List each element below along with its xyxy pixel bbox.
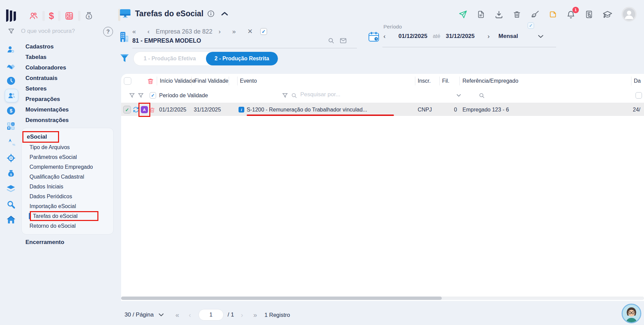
submenu-item-complemento-empregado[interactable]: Complemento Empregado (22, 162, 113, 172)
file-search-icon[interactable] (585, 10, 593, 19)
company-next-button[interactable]: › (219, 28, 221, 35)
column-header-evento[interactable]: Evento (240, 74, 257, 88)
page-number-input[interactable] (198, 309, 224, 321)
submenu-item-qualificacao-cadastral[interactable]: Qualificação Cadastral (22, 172, 113, 182)
sidebar-item-demonstracoes[interactable]: Demonstrações (0, 115, 121, 125)
people-icon[interactable] (29, 11, 38, 21)
table-row[interactable]: ✓ A 01/12/2025 31/12/2025 i S-1200 - Rem… (121, 103, 644, 117)
sidebar-item-cadastros[interactable]: Cadastros (0, 41, 121, 52)
page-size-chevron-down-icon[interactable] (158, 313, 164, 317)
calculator-icon[interactable] (64, 11, 74, 21)
row-checkbox[interactable]: ✓ (123, 106, 131, 114)
event-search-input[interactable] (300, 91, 402, 98)
support-avatar[interactable] (622, 304, 641, 323)
company-checkbox[interactable]: ✓ (260, 28, 267, 35)
row-status-badge-a[interactable]: A (141, 106, 148, 113)
sidebar-item-tabelas[interactable]: Tabelas (0, 52, 121, 62)
delete-selected-icon[interactable] (147, 77, 154, 85)
svg-text:$: $ (88, 15, 90, 18)
page-size-selector[interactable]: 30 / Página (125, 311, 154, 318)
reference-search-icon[interactable] (478, 92, 485, 99)
sidebar-item-encerramento[interactable]: Encerramento (0, 237, 121, 247)
send-icon[interactable] (458, 10, 468, 19)
tab-producao-restrita[interactable]: 2 - Produção Restrita (206, 52, 278, 65)
period-checkbox[interactable]: ✓ (528, 22, 534, 29)
money-bag-icon[interactable]: $ (84, 11, 93, 21)
dollar-icon[interactable]: $ (49, 10, 54, 22)
user-avatar[interactable] (622, 7, 637, 22)
sidebar-item-colaboradores[interactable]: Colaboradores (0, 62, 121, 73)
row-info-badge[interactable]: i (239, 107, 244, 113)
period-next-button[interactable]: › (488, 33, 490, 40)
column-header-da[interactable]: Da (634, 74, 641, 88)
sidebar-item-preparacoes[interactable]: Preparações (0, 94, 121, 104)
column-header-final[interactable]: Final Validade (194, 74, 228, 88)
submenu-item-importacao-esocial[interactable]: Importação eSocial (22, 201, 113, 211)
trash-icon[interactable] (513, 10, 521, 19)
submenu-item-dados-iniciais[interactable]: Dados Iniciais (22, 182, 113, 191)
event-filter-funnel-icon[interactable] (282, 92, 288, 99)
info-icon[interactable] (207, 10, 214, 17)
company-clear-button[interactable]: ✕ (247, 28, 253, 35)
bell-icon[interactable]: 1 (566, 10, 575, 19)
da-filter-checkbox[interactable] (636, 92, 642, 99)
row-refresh-icon[interactable] (132, 106, 139, 113)
esocial-label: eSocial (27, 134, 47, 140)
company-last-button[interactable]: » (232, 28, 236, 35)
filter-funnel-icon[interactable] (129, 92, 135, 99)
file-icon[interactable] (477, 10, 485, 19)
sidebar-menu: Cadastros Tabelas Colaboradores Contratu… (0, 41, 121, 247)
submenu-item-retorno-do-esocial[interactable]: Retorno do eSocial (22, 221, 113, 231)
company-nav: « ‹ Empresa 263 de 822 › » ✕ ✓ (132, 28, 267, 35)
search-input[interactable] (21, 28, 89, 35)
period-start-date[interactable]: 01/12/2025 (398, 33, 427, 40)
prev-page-button[interactable]: ‹ (189, 311, 191, 319)
company-prev-button[interactable]: ‹ (148, 28, 150, 35)
next-page-button[interactable]: › (241, 311, 243, 319)
submenu-item-tipo-de-arquivos[interactable]: Tipo de Arquivos (22, 142, 113, 152)
period-mode-chevron-down-icon[interactable] (538, 35, 544, 38)
company-first-button[interactable]: « (132, 28, 136, 35)
sidebar-item-esocial[interactable]: eSocial (22, 131, 113, 142)
column-header-inscr[interactable]: Inscr. (418, 74, 431, 88)
company-name[interactable]: 81 - EMPRESA MODELO (132, 37, 201, 44)
production-tabs: 1 - Produção Efetiva 2 - Produção Restri… (133, 52, 278, 66)
period-validity-filter-label[interactable]: Período de Validade (159, 88, 208, 103)
horizontal-scrollbar-thumb[interactable] (121, 297, 442, 300)
help-icon[interactable]: ? (103, 27, 113, 37)
divider (42, 11, 45, 21)
note-icon[interactable] (549, 10, 557, 19)
divider (157, 77, 157, 85)
period-end-date[interactable]: 31/12/2025 (446, 33, 475, 40)
submenu-item-dados-periodicos[interactable]: Dados Periódicos (22, 191, 113, 201)
period-validity-checkbox[interactable]: ✓ (150, 92, 156, 99)
tab-producao-efetiva[interactable]: 1 - Produção Efetiva (134, 52, 206, 65)
sidebar-item-movimentacoes[interactable]: Movimentações (0, 104, 121, 115)
event-filter-chevron-down-icon[interactable] (456, 94, 461, 97)
first-page-button[interactable]: « (175, 311, 179, 319)
download-icon[interactable] (494, 10, 504, 19)
education-icon[interactable] (603, 10, 612, 19)
row-delete-icon[interactable] (149, 106, 155, 114)
column-header-referencia[interactable]: Referência/Empregado (462, 74, 518, 88)
sidebar-item-setores[interactable]: Setores (0, 83, 121, 94)
column-header-fil[interactable]: Fil. (442, 74, 449, 88)
sidebar-item-contratuais[interactable]: Contratuais (0, 73, 121, 83)
last-page-button[interactable]: » (253, 311, 257, 319)
period-mode-value[interactable]: Mensal (498, 33, 518, 40)
filter-funnel-icon[interactable] (7, 27, 15, 35)
cell-evento[interactable]: S-1200 - Remuneração do Trabalhador vinc… (247, 103, 367, 117)
cell-final-validade: 31/12/2025 (194, 103, 221, 117)
clean-icon[interactable] (530, 10, 539, 19)
collapse-chevron-up-icon[interactable] (221, 11, 228, 16)
column-header-inicio[interactable]: Início Validade (160, 74, 195, 88)
company-search-icon[interactable] (327, 37, 335, 44)
filter-funnel-icon[interactable] (137, 92, 144, 99)
submenu-item-parametros-esocial[interactable]: Parâmetros eSocial (22, 152, 113, 162)
select-all-checkbox[interactable] (124, 77, 131, 85)
company-mail-icon[interactable] (339, 37, 347, 44)
filter-funnel-icon[interactable] (119, 53, 130, 64)
submenu-item-tarefas-do-esocial[interactable]: Tarefas do eSocial (22, 211, 113, 221)
period-prev-button[interactable]: ‹ (383, 33, 385, 40)
cell-referencia: Empregado 123 - 6 (462, 103, 509, 117)
